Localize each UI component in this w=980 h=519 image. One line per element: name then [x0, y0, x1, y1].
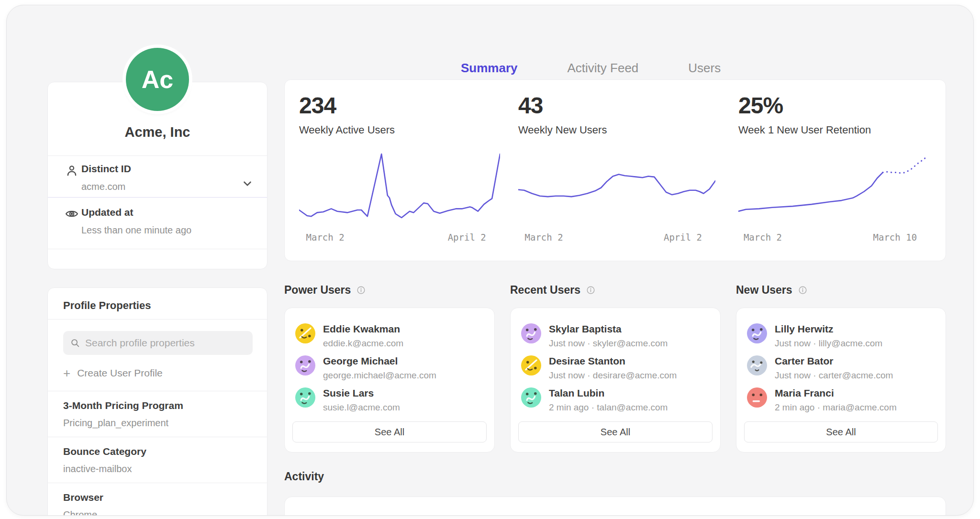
user-list-item[interactable]: George Michael george.michael@acme.com: [295, 355, 436, 381]
chevron-down-icon[interactable]: [241, 177, 254, 190]
metric-value: 25%: [738, 92, 783, 119]
property-value: Chrome: [63, 509, 97, 516]
metric-label: Weekly New Users: [518, 124, 607, 136]
profile-properties-card: Profile Properties + Create User Profile…: [47, 287, 267, 516]
user-list-title: Power Users: [284, 284, 366, 297]
user-name: Skylar Baptista: [549, 323, 668, 335]
profile-page: Ac Acme, Inc Distinct ID acme.com: [6, 5, 974, 516]
profile-property-row[interactable]: 3-Month Pricing Program Pricing_plan_exp…: [48, 391, 267, 437]
metric-value: 234: [299, 92, 336, 119]
user-list-title: Recent Users: [510, 284, 595, 297]
property-name: 3-Month Pricing Program: [63, 400, 183, 411]
user-list-title-text: Power Users: [284, 284, 351, 297]
updated-at-row: Updated at Less than one minute ago: [48, 197, 267, 249]
create-user-profile-button[interactable]: + Create User Profile: [63, 367, 163, 379]
user-avatar: [521, 355, 541, 375]
user-list-title: New Users: [736, 284, 807, 297]
user-name: Eddie Kwakman: [323, 323, 403, 335]
metric-value: 43: [518, 92, 543, 119]
updated-at-value: Less than one minute ago: [81, 225, 191, 236]
x-axis-tick: March 2: [306, 232, 345, 243]
metric-column: 43 Weekly New Users March 2 April 2: [518, 80, 715, 261]
user-list-title-text: Recent Users: [510, 284, 580, 297]
profile-property-row[interactable]: Bounce Category inactive-mailbox: [48, 437, 267, 483]
info-icon[interactable]: [586, 286, 595, 295]
create-user-profile-label: Create User Profile: [77, 367, 163, 379]
info-icon[interactable]: [798, 286, 807, 295]
user-name: Susie Lars: [323, 387, 400, 399]
profile-properties-list: 3-Month Pricing Program Pricing_plan_exp…: [48, 391, 267, 516]
user-avatar: [295, 387, 315, 408]
see-all-button[interactable]: See All: [744, 421, 938, 442]
info-icon[interactable]: [356, 286, 366, 295]
company-avatar: Ac: [126, 48, 189, 111]
user-list-item[interactable]: Susie Lars susie.l@acme.com: [295, 387, 400, 413]
eye-icon: [65, 207, 79, 221]
user-subtext: Just now · carter@acme.com: [775, 370, 893, 381]
user-avatar: [747, 355, 767, 375]
user-subtext: Just now · desirare@acme.com: [549, 370, 677, 381]
user-name: Talan Lubin: [549, 387, 668, 399]
user-avatar: [295, 355, 315, 375]
property-name: Bounce Category: [63, 446, 146, 457]
x-axis-tick: March 2: [525, 232, 563, 243]
profile-property-row[interactable]: Browser Chrome: [48, 483, 267, 516]
sparkline-chart: [299, 148, 500, 224]
x-axis-tick: April 2: [664, 232, 702, 243]
activity-card: 2349403.4k: [284, 497, 946, 516]
user-list-item[interactable]: Lilly Herwitz Just now · lilly@acme.com: [747, 323, 882, 349]
user-name: Lilly Herwitz: [775, 323, 882, 335]
summary-metrics-card: 234 Weekly Active Users March 2 April 24…: [284, 79, 946, 261]
company-initials: Ac: [142, 65, 173, 94]
metric-column: 234 Weekly Active Users March 2 April 2: [299, 80, 500, 261]
user-list-item[interactable]: Skylar Baptista Just now · skyler@acme.c…: [521, 323, 668, 349]
user-list-card: Skylar Baptista Just now · skyler@acme.c…: [510, 308, 721, 453]
user-list-item[interactable]: Carter Bator Just now · carter@acme.com: [747, 355, 893, 381]
property-value: inactive-mailbox: [63, 464, 132, 475]
distinct-id-label: Distinct ID: [81, 163, 131, 175]
x-axis-tick: April 2: [448, 232, 486, 243]
user-name: Desirae Stanton: [549, 355, 677, 367]
metric-label: Week 1 New User Retention: [738, 124, 871, 136]
user-avatar: [747, 323, 767, 343]
user-avatar: [295, 323, 315, 343]
user-list-card: Eddie Kwakman eddie.k@acme.com George Mi…: [284, 308, 495, 453]
updated-at-label: Updated at: [81, 207, 134, 218]
user-list-item[interactable]: Maria Franci 2 min ago · maria@acme.com: [747, 387, 897, 413]
distinct-id-value: acme.com: [81, 181, 125, 192]
x-axis-tick: March 10: [873, 232, 917, 243]
plus-icon: +: [63, 367, 70, 379]
search-input[interactable]: [85, 337, 246, 349]
user-name: Maria Franci: [775, 387, 897, 399]
metric-label: Weekly Active Users: [299, 124, 395, 136]
divider: [48, 249, 267, 249]
see-all-button[interactable]: See All: [518, 421, 713, 442]
user-avatar: [521, 387, 541, 408]
user-subtext: Just now · skyler@acme.com: [549, 338, 668, 349]
user-name: George Michael: [323, 355, 436, 367]
user-list-item[interactable]: Desirae Stanton Just now · desirare@acme…: [521, 355, 677, 381]
x-axis-tick: March 2: [744, 232, 782, 243]
search-icon: [70, 338, 80, 348]
activity-stat-value: 3.4k: [738, 511, 781, 516]
user-subtext: 2 min ago · talan@acme.com: [549, 402, 668, 413]
user-list-item[interactable]: Talan Lubin 2 min ago · talan@acme.com: [521, 387, 668, 413]
user-subtext: george.michael@acme.com: [323, 370, 436, 381]
user-list-item[interactable]: Eddie Kwakman eddie.k@acme.com: [295, 323, 403, 349]
activity-section-title: Activity: [284, 470, 324, 483]
company-name: Acme, Inc: [48, 124, 267, 140]
activity-stat-value: 940: [518, 511, 555, 516]
sparkline-chart: [738, 148, 926, 224]
profile-properties-title: Profile Properties: [63, 299, 151, 312]
metric-column: 25% Week 1 New User Retention March 2 Ma…: [738, 80, 926, 261]
user-avatar: [521, 323, 541, 343]
distinct-id-row: Distinct ID acme.com: [48, 155, 267, 197]
property-value: Pricing_plan_experiment: [63, 418, 168, 429]
see-all-button[interactable]: See All: [292, 421, 487, 442]
profile-properties-search: [63, 331, 253, 355]
user-avatar: [747, 387, 767, 408]
activity-stat-value: 234: [299, 511, 336, 516]
user-subtext: 2 min ago · maria@acme.com: [775, 402, 897, 413]
property-name: Browser: [63, 492, 103, 503]
user-subtext: eddie.k@acme.com: [323, 338, 403, 349]
